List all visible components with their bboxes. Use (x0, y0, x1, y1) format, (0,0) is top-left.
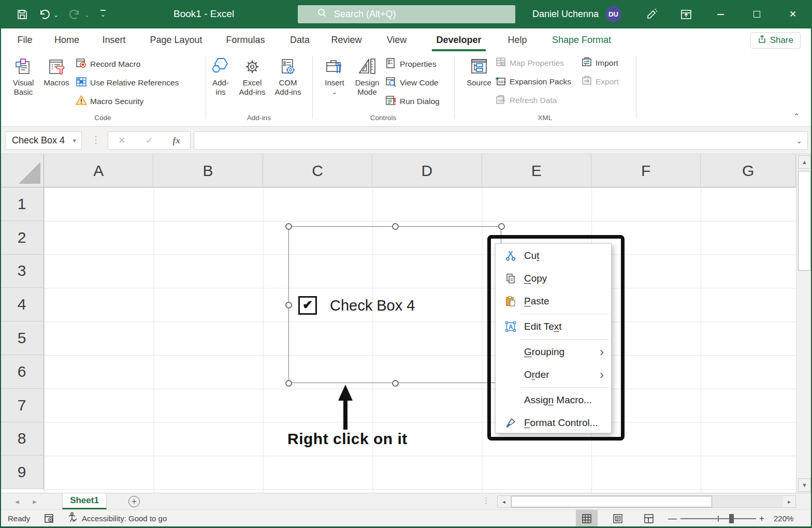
import-button[interactable]: Import (581, 55, 618, 71)
menu-item-paste[interactable]: Paste (496, 290, 611, 313)
ribbon-display-options-icon[interactable] (678, 7, 694, 22)
undo-dropdown-icon[interactable]: ⌄ (53, 11, 59, 19)
menu-item-cut[interactable]: Cut (496, 244, 611, 267)
save-icon[interactable] (15, 7, 30, 22)
menu-item-order[interactable]: Order › (496, 363, 611, 386)
tab-review[interactable]: Review (327, 28, 366, 52)
record-macro-button[interactable]: Record Macro (76, 56, 140, 72)
macro-recording-icon[interactable] (44, 510, 55, 527)
source-button[interactable]: Source (463, 54, 495, 111)
insert-function-icon[interactable]: fx (173, 136, 180, 146)
selection-handle-top-right[interactable] (498, 223, 505, 230)
zoom-level[interactable]: 220% (774, 510, 793, 527)
tab-shape-format[interactable]: Shape Format (548, 28, 615, 52)
page-layout-view-button[interactable] (607, 510, 629, 527)
close-button[interactable]: ✕ (781, 0, 805, 28)
row-header-9[interactable]: 9 (0, 456, 44, 489)
name-box[interactable]: Check Box 4 ▾ (5, 131, 82, 150)
selection-handle-bottom-left[interactable] (285, 380, 292, 387)
normal-view-button[interactable] (576, 510, 598, 527)
tab-insert[interactable]: Insert (97, 28, 130, 52)
formula-bar-grip-icon[interactable]: ⋮ (91, 134, 100, 145)
select-all-corner[interactable] (0, 154, 44, 187)
redo-dropdown-icon[interactable]: ⌄ (84, 11, 90, 19)
view-code-button[interactable]: View Code (385, 75, 439, 91)
column-header-f[interactable]: F (591, 154, 701, 187)
minimize-button[interactable] (708, 0, 732, 28)
run-dialog-button[interactable]: Run Dialog (385, 93, 440, 110)
scroll-down-icon[interactable]: ▼ (798, 478, 811, 492)
tab-file[interactable]: File (9, 28, 41, 52)
tab-home[interactable]: Home (49, 28, 84, 52)
visual-basic-button[interactable]: VisualBasic (7, 54, 39, 111)
scroll-right-icon[interactable]: ▸ (783, 496, 795, 507)
vertical-scrollbar[interactable]: ▲ ▼ (796, 154, 812, 493)
macros-button[interactable]: Macros (41, 54, 71, 111)
checkbox-label[interactable]: Check Box 4 (330, 297, 415, 314)
tab-developer[interactable]: Developer (429, 28, 489, 52)
redo-icon[interactable] (67, 7, 83, 22)
column-header-b[interactable]: B (153, 154, 263, 187)
enter-icon[interactable]: ✓ (146, 135, 153, 146)
formula-input[interactable]: ⌄ (194, 131, 808, 150)
menu-item-grouping[interactable]: Grouping › (496, 341, 611, 363)
com-add-ins-button[interactable]: COMAdd-ins (271, 54, 305, 111)
accessibility-status[interactable]: Accessibility: Good to go (67, 510, 167, 527)
row-header-1[interactable]: 1 (0, 187, 44, 221)
undo-icon[interactable] (36, 7, 52, 22)
use-relative-references-button[interactable]: Use Relative References (76, 75, 179, 91)
row-header-4[interactable]: 4 (0, 288, 44, 321)
column-header-c[interactable]: C (263, 154, 372, 187)
sheet-tab-sheet1[interactable]: Sheet1 (62, 493, 107, 509)
menu-item-assign-macro[interactable]: Assign Macro... (496, 389, 611, 412)
maximize-button[interactable] (745, 0, 769, 28)
sheet-nav-right-icon[interactable]: ▸ (27, 493, 42, 510)
expansion-packs-button[interactable]: <o> Expansion Packs (495, 74, 571, 90)
coming-soon-icon[interactable] (644, 7, 659, 22)
selection-handle-bottom-middle[interactable] (392, 380, 399, 387)
tab-view[interactable]: View (382, 28, 411, 52)
name-box-dropdown-icon[interactable]: ▾ (72, 137, 81, 144)
macro-security-button[interactable]: Macro Security (76, 93, 143, 110)
sheet-nav-left-icon[interactable]: ◂ (9, 493, 25, 510)
zoom-out-icon[interactable]: — (668, 510, 677, 527)
row-header-6[interactable]: 6 (0, 355, 44, 389)
scroll-left-icon[interactable]: ◂ (498, 496, 510, 507)
column-header-e[interactable]: E (482, 154, 591, 187)
design-mode-button[interactable]: DesignMode (351, 54, 383, 111)
selection-handle-middle-left[interactable] (285, 302, 292, 309)
menu-item-format-control[interactable]: Format Control... (496, 412, 611, 434)
add-ins-button[interactable]: Add-ins (207, 54, 234, 111)
selection-handle-top-left[interactable] (285, 223, 292, 230)
menu-item-edit-text[interactable]: A Edit Text (496, 315, 611, 338)
expand-formula-bar-icon[interactable]: ⌄ (796, 137, 807, 145)
horizontal-scrollbar[interactable]: ◂ ▸ (497, 495, 796, 508)
row-header-3[interactable]: 3 (0, 255, 44, 288)
properties-button[interactable]: Properties (385, 56, 437, 72)
cancel-icon[interactable]: ✕ (118, 135, 125, 146)
column-header-g[interactable]: G (701, 154, 796, 187)
tab-page-layout[interactable]: Page Layout (145, 28, 207, 52)
account-name[interactable]: Daniel Uchenna (532, 9, 599, 20)
row-header-7[interactable]: 7 (0, 389, 44, 422)
excel-add-ins-button[interactable]: ExcelAdd-ins (236, 54, 269, 111)
column-header-a[interactable]: A (44, 154, 153, 187)
menu-item-copy[interactable]: Copy (496, 267, 611, 290)
tab-data[interactable]: Data (286, 28, 314, 52)
search-input[interactable]: Search (Alt+Q) (298, 5, 515, 23)
tab-formulas[interactable]: Formulas (222, 28, 269, 52)
customize-qat-icon[interactable]: ⌄ (100, 10, 106, 18)
horizontal-scrollbar-thumb[interactable] (511, 496, 712, 507)
column-header-d[interactable]: D (372, 154, 482, 187)
vertical-scrollbar-thumb[interactable] (798, 171, 811, 271)
zoom-in-icon[interactable]: + (759, 510, 764, 527)
tab-help[interactable]: Help (503, 28, 531, 52)
zoom-slider-thumb[interactable] (729, 514, 734, 523)
add-sheet-icon[interactable]: + (128, 496, 140, 507)
selection-handle-top-middle[interactable] (392, 223, 399, 230)
page-break-preview-button[interactable] (638, 510, 660, 527)
checkbox-control[interactable]: ✔ (298, 296, 317, 315)
row-header-8[interactable]: 8 (0, 422, 44, 456)
collapse-ribbon-icon[interactable]: ⌃ (793, 112, 800, 121)
insert-control-button[interactable]: Insert ⌄ (320, 54, 349, 111)
